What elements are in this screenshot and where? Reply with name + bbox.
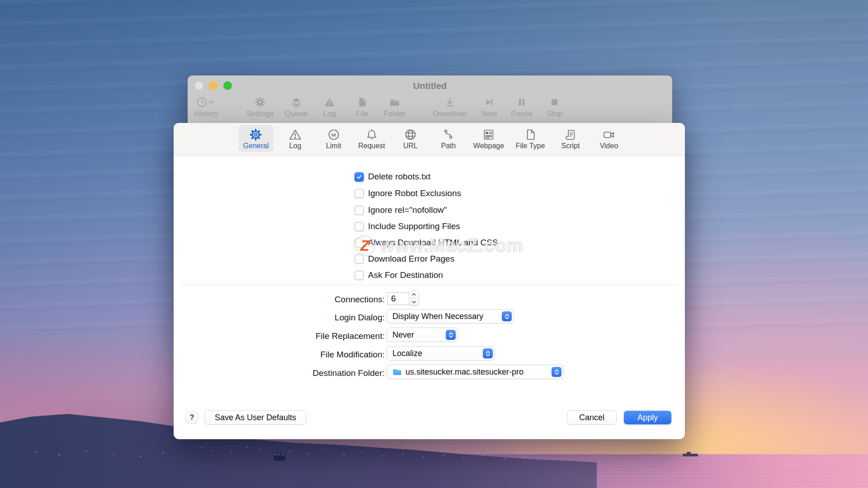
popup-chevrons-icon — [483, 348, 493, 358]
tab-general[interactable]: General — [239, 125, 274, 152]
bell-icon — [365, 127, 378, 142]
stepper-down-button[interactable] — [409, 299, 419, 306]
checkbox-row: Always Download HTML and CSS — [354, 237, 498, 248]
checkbox-download-error-pages[interactable] — [354, 254, 364, 264]
checkbox-label: Include Supporting Files — [368, 221, 460, 231]
skip-next-icon — [483, 95, 495, 108]
tab-webpage[interactable]: Webpage — [469, 125, 509, 152]
toolbar-item-log[interactable]: Log — [323, 95, 336, 122]
checkbox-include-supporting-files[interactable] — [354, 222, 364, 231]
tab-label: Limit — [326, 142, 341, 150]
toolbar-label: Log — [323, 109, 336, 118]
save-as-user-defaults-label: Save As User Defaults — [215, 413, 296, 422]
svg-text:50: 50 — [331, 132, 336, 137]
help-label: ? — [189, 413, 194, 422]
checkbox-always-download-html-css[interactable] — [354, 238, 364, 248]
checkbox-label: Ask For Destination — [368, 270, 443, 280]
toolbar-label: File — [356, 109, 368, 118]
toolbar-label: Stop — [547, 109, 563, 118]
city-lights — [0, 0, 1, 1]
stepper-up-button[interactable] — [409, 291, 419, 299]
file-replacement-select[interactable]: Never — [387, 328, 458, 342]
warning-triangle-icon — [324, 95, 335, 108]
toolbar-label: History — [194, 109, 218, 118]
file-modification-label: File Modification: — [174, 350, 385, 360]
popup-chevrons-icon — [552, 367, 561, 377]
toolbar-item-folder[interactable]: Folder — [384, 95, 406, 122]
toolbar-item-stop[interactable]: Stop — [547, 95, 563, 122]
file-modification-select[interactable]: Localize — [387, 347, 495, 360]
checkbox-label: Ignore rel="nofollow" — [368, 205, 447, 215]
connections-input[interactable] — [387, 292, 410, 305]
checkbox-ignore-robot-exclusions[interactable] — [354, 189, 364, 198]
tab-limit[interactable]: 50 Limit — [321, 125, 346, 152]
file-icon — [356, 95, 368, 108]
toolbar-label: Next — [481, 109, 497, 118]
tab-label: General — [243, 142, 269, 150]
gear-icon — [254, 95, 266, 108]
toolbar-item-history[interactable]: History — [194, 95, 218, 122]
tab-url[interactable]: URL — [399, 125, 422, 152]
blue-folder-icon — [392, 368, 402, 376]
tab-video[interactable]: Video — [595, 125, 623, 152]
ship-silhouette — [683, 454, 698, 456]
scroll-icon — [564, 127, 577, 142]
section-divider — [181, 285, 678, 285]
checkbox-ignore-nofollow[interactable] — [354, 206, 364, 215]
toolbar-item-pause[interactable]: Pause — [511, 95, 533, 122]
tab-label: File Type — [516, 142, 545, 150]
popup-chevrons-icon — [502, 311, 512, 321]
apply-label: Apply — [637, 413, 658, 422]
connections-stepper[interactable] — [409, 291, 419, 305]
destination-folder-value: us.sitesucker.mac.sitesucker-pro — [406, 367, 524, 377]
toolbar-label: Settings — [246, 109, 274, 118]
login-dialog-select[interactable]: Display When Necessary — [387, 310, 514, 323]
checkbox-label: Download Error Pages — [368, 254, 454, 264]
save-as-user-defaults-button[interactable]: Save As User Defaults — [205, 411, 306, 424]
toolbar-label: Queue — [284, 109, 307, 118]
tab-path[interactable]: Path — [437, 125, 461, 152]
tab-log[interactable]: Log — [284, 125, 307, 152]
tab-request[interactable]: Request — [354, 125, 390, 152]
tab-file-type[interactable]: File Type — [511, 125, 550, 152]
screen: Untitled History — [0, 0, 868, 488]
toolbar-item-next[interactable]: Next — [481, 95, 497, 122]
checkbox-ask-for-destination[interactable] — [354, 271, 364, 280]
download-icon — [444, 95, 456, 108]
tab-strip: General Log 50 Limit — [174, 123, 685, 156]
checkbox-label: Delete robots.txt — [368, 172, 430, 182]
toolbar-item-queue[interactable]: Queue — [284, 95, 307, 122]
tab-label: Request — [358, 142, 385, 150]
checkbox-row: Ask For Destination — [354, 270, 443, 281]
cancel-button[interactable]: Cancel — [567, 411, 616, 424]
speed-limit-icon: 50 — [327, 127, 340, 142]
tab-script[interactable]: Script — [557, 125, 585, 152]
toolbar-item-file[interactable]: File — [356, 95, 368, 122]
checkbox-label: Ignore Robot Exclusions — [368, 188, 461, 198]
destination-folder-select[interactable]: us.sitesucker.mac.sitesucker-pro — [387, 365, 563, 379]
apply-button[interactable]: Apply — [624, 411, 671, 424]
connections-label: Connections: — [174, 295, 385, 305]
toolbar-label: Pause — [511, 109, 533, 118]
file-replacement-value: Never — [392, 330, 414, 340]
toolbar-label: Folder — [384, 109, 406, 118]
login-dialog-value: Display When Necessary — [392, 312, 483, 321]
toolbar-label: Download — [433, 109, 467, 118]
destination-folder-label: Destination Folder: — [174, 368, 385, 378]
toolbar-item-settings[interactable]: Settings — [246, 95, 274, 122]
tab-label: Script — [561, 142, 580, 150]
tab-label: Webpage — [473, 142, 504, 150]
checkbox-row: Include Supporting Files — [354, 221, 460, 232]
cancel-label: Cancel — [579, 413, 604, 422]
file-replacement-label: File Replacement: — [174, 331, 385, 341]
toolbar-item-download[interactable]: Download — [433, 95, 467, 122]
tab-label: Video — [600, 142, 618, 150]
title-bar: Untitled — [188, 75, 672, 95]
checkbox-row: Ignore rel="nofollow" — [354, 205, 447, 216]
help-button[interactable]: ? — [186, 411, 198, 423]
document-icon — [524, 127, 537, 142]
checkbox-delete-robots[interactable] — [354, 172, 364, 182]
popup-chevrons-icon — [446, 330, 456, 340]
window-title: Untitled — [188, 75, 672, 95]
checkbox-row: Download Error Pages — [354, 253, 454, 264]
